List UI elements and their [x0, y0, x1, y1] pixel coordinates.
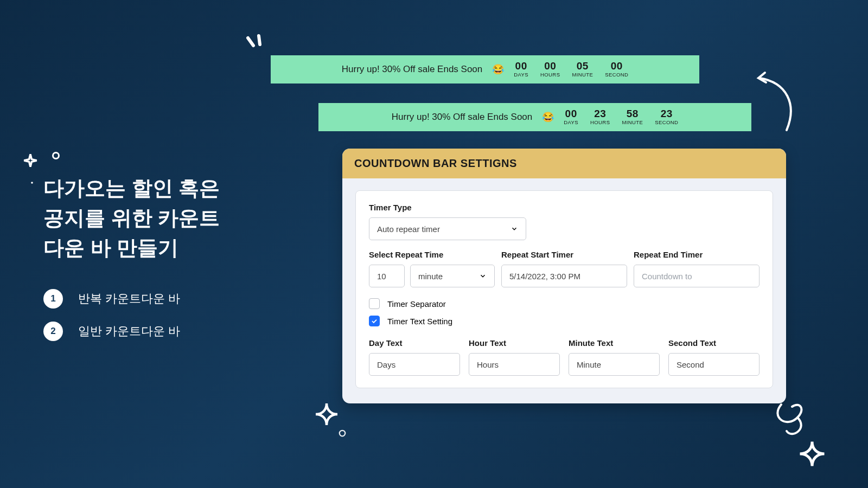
countdown-unit-hours: 23 HOURS: [590, 108, 610, 125]
bullet-number: 2: [43, 322, 63, 341]
countdown-unit-second: 00 SECOND: [605, 61, 628, 78]
headline-block: 다가오는 할인 혹은 공지를 위한 카운트 다운 바 만들기 1 반복 카운트다…: [43, 174, 220, 354]
timer-text-setting-label: Timer Text Setting: [387, 317, 452, 326]
sparkle-icon: [314, 401, 340, 427]
repeat-time-label: Select Repeat Time: [369, 250, 495, 259]
timer-text-setting-checkbox[interactable]: [369, 316, 380, 326]
bullet-number: 1: [43, 289, 63, 309]
svg-point-2: [31, 182, 33, 184]
repeat-end-label: Repeat End Timer: [634, 250, 760, 259]
minute-text-input[interactable]: Minute: [569, 353, 660, 376]
second-text-input[interactable]: Second: [668, 353, 760, 376]
timer-type-label: Timer Type: [369, 203, 760, 212]
accent-lines-icon: [242, 34, 270, 57]
bullet-item-2: 2 일반 카운트다운 바: [43, 322, 220, 341]
svg-line-0: [248, 38, 253, 46]
countdown-unit-days: 00 DAYS: [564, 108, 578, 125]
chevron-down-icon: [479, 272, 487, 280]
svg-line-1: [259, 36, 260, 44]
repeat-time-unit-select[interactable]: minute: [410, 265, 495, 287]
countdown-message: Hurry up! 30% Off sale Ends Soon: [342, 64, 483, 75]
hour-text-label: Hour Text: [469, 338, 560, 348]
countdown-units: 00 DAYS 00 HOURS 05 MINUTE 00 SECOND: [514, 61, 628, 78]
headline: 다가오는 할인 혹은 공지를 위한 카운트 다운 바 만들기: [43, 174, 220, 263]
timer-text-setting-row: Timer Text Setting: [369, 316, 760, 326]
timer-separator-row: Timer Separator: [369, 298, 760, 309]
countdown-unit-days: 00 DAYS: [514, 61, 528, 78]
sparkle-icon: [797, 439, 827, 468]
countdown-unit-hours: 00 HOURS: [540, 61, 560, 78]
countdown-bar-preview-1: Hurry up! 30% Off sale Ends Soon 😂 00 DA…: [271, 55, 699, 84]
svg-point-3: [340, 431, 346, 436]
minute-text-label: Minute Text: [569, 338, 660, 348]
repeat-time-value-input[interactable]: 10: [369, 265, 405, 287]
hour-text-input[interactable]: Hours: [469, 353, 560, 376]
timer-type-select[interactable]: Auto repear timer: [369, 217, 526, 240]
emoji-icon: 😂: [542, 111, 554, 123]
circle-dot-icon: [52, 152, 60, 159]
repeat-start-label: Repeat Start Timer: [501, 250, 627, 259]
circle-dot-icon: [337, 428, 347, 438]
emoji-icon: 😂: [492, 63, 504, 75]
panel-title: COUNTDOWN BAR SETTIGNS: [342, 149, 786, 178]
bullet-item-1: 1 반복 카운트다운 바: [43, 289, 220, 309]
countdown-unit-second: 23 SECOND: [655, 108, 678, 125]
countdown-message: Hurry up! 30% Off sale Ends Soon: [392, 112, 533, 123]
sparkle-icon: [23, 153, 38, 168]
countdown-units: 00 DAYS 23 HOURS 58 MINUTE 23 SECOND: [564, 108, 678, 125]
repeat-start-input[interactable]: 5/14/2022, 3:00 PM: [501, 265, 627, 287]
sparkle-icon: [29, 180, 35, 186]
timer-separator-checkbox[interactable]: [369, 298, 380, 309]
chevron-down-icon: [510, 225, 518, 233]
countdown-settings-panel: COUNTDOWN BAR SETTIGNS Timer Type Auto r…: [342, 149, 786, 403]
bullet-text: 반복 카운트다운 바: [78, 291, 180, 307]
bullet-list: 1 반복 카운트다운 바 2 일반 카운트다운 바: [43, 289, 220, 341]
countdown-bar-preview-2: Hurry up! 30% Off sale Ends Soon 😂 00 DA…: [318, 103, 751, 131]
settings-card: Timer Type Auto repear timer Select Repe…: [355, 190, 773, 388]
day-text-label: Day Text: [369, 338, 460, 348]
countdown-unit-minute: 58 MINUTE: [622, 108, 643, 125]
repeat-end-input[interactable]: Countdown to: [634, 265, 760, 287]
day-text-input[interactable]: Days: [369, 353, 460, 376]
bullet-text: 일반 카운트다운 바: [78, 323, 180, 339]
countdown-unit-minute: 05 MINUTE: [572, 61, 593, 78]
arrow-curve-icon: [754, 66, 808, 133]
timer-separator-label: Timer Separator: [387, 299, 446, 309]
second-text-label: Second Text: [668, 338, 760, 348]
